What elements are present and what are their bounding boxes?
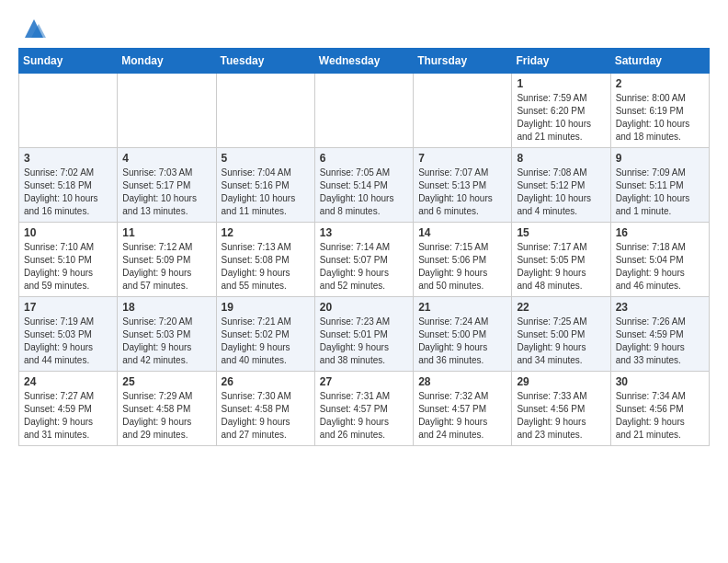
day-info: Sunrise: 7:21 AM Sunset: 5:02 PM Dayligh…	[222, 316, 310, 367]
header	[18, 18, 710, 39]
day-cell: 25Sunrise: 7:29 AM Sunset: 4:58 PM Dayli…	[118, 372, 216, 446]
day-cell: 19Sunrise: 7:21 AM Sunset: 5:02 PM Dayli…	[216, 297, 314, 372]
day-cell: 15Sunrise: 7:17 AM Sunset: 5:05 PM Dayli…	[512, 223, 610, 297]
day-info: Sunrise: 7:05 AM Sunset: 5:14 PM Dayligh…	[320, 167, 408, 218]
day-cell: 22Sunrise: 7:25 AM Sunset: 5:00 PM Dayli…	[512, 297, 610, 372]
day-number: 5	[222, 152, 310, 165]
day-cell: 4Sunrise: 7:03 AM Sunset: 5:17 PM Daylig…	[118, 148, 216, 223]
calendar-body: 1Sunrise: 7:59 AM Sunset: 6:20 PM Daylig…	[19, 74, 710, 446]
weekday-header-wednesday: Wednesday	[314, 49, 413, 74]
weekday-header-sunday: Sunday	[19, 49, 118, 74]
day-cell: 8Sunrise: 7:08 AM Sunset: 5:12 PM Daylig…	[512, 148, 610, 223]
day-info: Sunrise: 7:31 AM Sunset: 4:57 PM Dayligh…	[320, 390, 408, 442]
day-cell: 1Sunrise: 7:59 AM Sunset: 6:20 PM Daylig…	[512, 74, 610, 148]
weekday-header-monday: Monday	[118, 49, 216, 74]
weekday-header-friday: Friday	[512, 49, 610, 74]
day-cell: 16Sunrise: 7:18 AM Sunset: 5:04 PM Dayli…	[610, 223, 709, 297]
day-number: 1	[517, 77, 605, 90]
week-row-4: 17Sunrise: 7:19 AM Sunset: 5:03 PM Dayli…	[19, 297, 710, 372]
day-cell	[414, 74, 512, 148]
day-info: Sunrise: 7:29 AM Sunset: 4:58 PM Dayligh…	[122, 390, 210, 442]
day-number: 4	[122, 152, 210, 165]
calendar-header: SundayMondayTuesdayWednesdayThursdayFrid…	[19, 49, 710, 74]
day-number: 26	[222, 375, 310, 388]
day-info: Sunrise: 7:25 AM Sunset: 5:00 PM Dayligh…	[517, 316, 605, 367]
day-info: Sunrise: 7:18 AM Sunset: 5:04 PM Dayligh…	[616, 241, 704, 293]
day-info: Sunrise: 7:10 AM Sunset: 5:10 PM Dayligh…	[24, 241, 112, 293]
day-number: 16	[616, 226, 704, 239]
week-row-2: 3Sunrise: 7:02 AM Sunset: 5:18 PM Daylig…	[19, 148, 710, 223]
day-cell: 28Sunrise: 7:32 AM Sunset: 4:57 PM Dayli…	[414, 372, 512, 446]
day-cell: 13Sunrise: 7:14 AM Sunset: 5:07 PM Dayli…	[314, 223, 413, 297]
day-info: Sunrise: 7:14 AM Sunset: 5:07 PM Dayligh…	[320, 241, 408, 293]
day-info: Sunrise: 7:24 AM Sunset: 5:00 PM Dayligh…	[418, 316, 506, 367]
day-number: 8	[517, 152, 605, 165]
day-number: 18	[122, 301, 210, 314]
day-info: Sunrise: 7:08 AM Sunset: 5:12 PM Dayligh…	[517, 167, 605, 218]
day-number: 15	[517, 226, 605, 239]
day-info: Sunrise: 7:03 AM Sunset: 5:17 PM Dayligh…	[122, 167, 210, 218]
day-cell: 20Sunrise: 7:23 AM Sunset: 5:01 PM Dayli…	[314, 297, 413, 372]
logo-icon	[20, 15, 48, 42]
day-cell: 29Sunrise: 7:33 AM Sunset: 4:56 PM Dayli…	[512, 372, 610, 446]
day-info: Sunrise: 7:59 AM Sunset: 6:20 PM Dayligh…	[517, 92, 605, 144]
day-cell: 18Sunrise: 7:20 AM Sunset: 5:03 PM Dayli…	[118, 297, 216, 372]
day-cell: 26Sunrise: 7:30 AM Sunset: 4:58 PM Dayli…	[216, 372, 314, 446]
day-cell: 27Sunrise: 7:31 AM Sunset: 4:57 PM Dayli…	[314, 372, 413, 446]
day-cell: 5Sunrise: 7:04 AM Sunset: 5:16 PM Daylig…	[216, 148, 314, 223]
day-info: Sunrise: 7:15 AM Sunset: 5:06 PM Dayligh…	[418, 241, 506, 293]
day-cell: 7Sunrise: 7:07 AM Sunset: 5:13 PM Daylig…	[414, 148, 512, 223]
day-number: 29	[517, 375, 605, 388]
day-info: Sunrise: 7:27 AM Sunset: 4:59 PM Dayligh…	[24, 390, 112, 442]
day-number: 28	[418, 375, 506, 388]
day-cell: 21Sunrise: 7:24 AM Sunset: 5:00 PM Dayli…	[414, 297, 512, 372]
day-cell	[118, 74, 216, 148]
day-info: Sunrise: 7:20 AM Sunset: 5:03 PM Dayligh…	[122, 316, 210, 367]
day-cell: 3Sunrise: 7:02 AM Sunset: 5:18 PM Daylig…	[19, 148, 118, 223]
day-number: 12	[222, 226, 310, 239]
logo	[18, 18, 48, 39]
day-info: Sunrise: 7:09 AM Sunset: 5:11 PM Dayligh…	[616, 167, 704, 218]
day-number: 23	[616, 301, 704, 314]
day-cell: 2Sunrise: 8:00 AM Sunset: 6:19 PM Daylig…	[610, 74, 709, 148]
day-number: 17	[24, 301, 112, 314]
day-number: 24	[24, 375, 112, 388]
week-row-5: 24Sunrise: 7:27 AM Sunset: 4:59 PM Dayli…	[19, 372, 710, 446]
weekday-header-saturday: Saturday	[610, 49, 709, 74]
day-info: Sunrise: 7:07 AM Sunset: 5:13 PM Dayligh…	[418, 167, 506, 218]
week-row-3: 10Sunrise: 7:10 AM Sunset: 5:10 PM Dayli…	[19, 223, 710, 297]
day-cell: 10Sunrise: 7:10 AM Sunset: 5:10 PM Dayli…	[19, 223, 118, 297]
page: SundayMondayTuesdayWednesdayThursdayFrid…	[0, 0, 728, 455]
day-number: 9	[616, 152, 704, 165]
day-number: 30	[616, 375, 704, 388]
day-cell: 12Sunrise: 7:13 AM Sunset: 5:08 PM Dayli…	[216, 223, 314, 297]
day-number: 3	[24, 152, 112, 165]
day-number: 6	[320, 152, 408, 165]
day-info: Sunrise: 7:30 AM Sunset: 4:58 PM Dayligh…	[222, 390, 310, 442]
day-number: 13	[320, 226, 408, 239]
day-cell: 9Sunrise: 7:09 AM Sunset: 5:11 PM Daylig…	[610, 148, 709, 223]
day-info: Sunrise: 7:23 AM Sunset: 5:01 PM Dayligh…	[320, 316, 408, 367]
day-info: Sunrise: 7:19 AM Sunset: 5:03 PM Dayligh…	[24, 316, 112, 367]
day-number: 21	[418, 301, 506, 314]
day-info: Sunrise: 7:13 AM Sunset: 5:08 PM Dayligh…	[222, 241, 310, 293]
day-cell	[314, 74, 413, 148]
weekday-row: SundayMondayTuesdayWednesdayThursdayFrid…	[19, 49, 710, 74]
day-number: 19	[222, 301, 310, 314]
day-cell	[216, 74, 314, 148]
day-info: Sunrise: 7:33 AM Sunset: 4:56 PM Dayligh…	[517, 390, 605, 442]
day-info: Sunrise: 8:00 AM Sunset: 6:19 PM Dayligh…	[616, 92, 704, 144]
day-number: 27	[320, 375, 408, 388]
day-number: 7	[418, 152, 506, 165]
day-number: 20	[320, 301, 408, 314]
day-cell	[19, 74, 118, 148]
day-cell: 24Sunrise: 7:27 AM Sunset: 4:59 PM Dayli…	[19, 372, 118, 446]
day-number: 14	[418, 226, 506, 239]
week-row-1: 1Sunrise: 7:59 AM Sunset: 6:20 PM Daylig…	[19, 74, 710, 148]
day-number: 10	[24, 226, 112, 239]
day-info: Sunrise: 7:34 AM Sunset: 4:56 PM Dayligh…	[616, 390, 704, 442]
day-info: Sunrise: 7:17 AM Sunset: 5:05 PM Dayligh…	[517, 241, 605, 293]
day-cell: 11Sunrise: 7:12 AM Sunset: 5:09 PM Dayli…	[118, 223, 216, 297]
day-cell: 14Sunrise: 7:15 AM Sunset: 5:06 PM Dayli…	[414, 223, 512, 297]
day-info: Sunrise: 7:12 AM Sunset: 5:09 PM Dayligh…	[122, 241, 210, 293]
